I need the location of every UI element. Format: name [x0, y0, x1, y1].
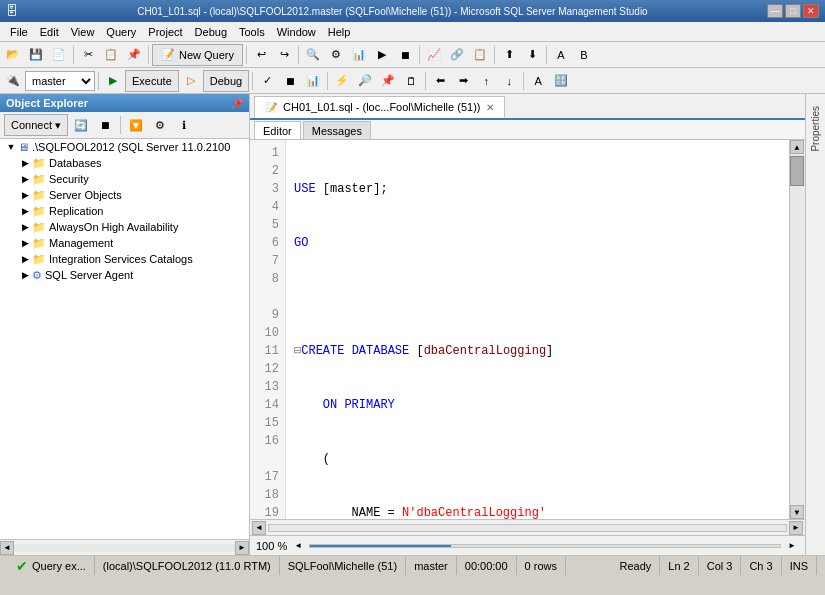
tb-btn-misc8[interactable]: ⬆: [498, 44, 520, 66]
oe-security-node[interactable]: ▶ 📁 Security: [0, 171, 249, 187]
scroll-track-vertical[interactable]: [790, 154, 805, 505]
oe-scroll-right[interactable]: ►: [235, 541, 249, 555]
misc-tb-btn8[interactable]: ↓: [498, 70, 520, 92]
save-button[interactable]: 💾: [25, 44, 47, 66]
status-col: Col 3: [699, 556, 742, 575]
tb-btn-misc3[interactable]: ▶: [371, 44, 393, 66]
tb-btn-misc7[interactable]: 📋: [469, 44, 491, 66]
menu-help[interactable]: Help: [322, 24, 357, 40]
zoom-left-button[interactable]: ◄: [291, 539, 305, 553]
misc-tb-btn10[interactable]: 🔠: [550, 70, 572, 92]
oe-stop-button[interactable]: ⏹: [94, 114, 116, 136]
oe-scroll-left[interactable]: ◄: [0, 541, 14, 555]
menu-query[interactable]: Query: [100, 24, 142, 40]
menu-edit[interactable]: Edit: [34, 24, 65, 40]
scroll-left-button[interactable]: ◄: [252, 521, 266, 535]
menu-project[interactable]: Project: [142, 24, 188, 40]
oe-refresh-button[interactable]: 🔄: [70, 114, 92, 136]
new-query-button[interactable]: 📝 New Query: [152, 44, 243, 66]
tb-btn-misc5[interactable]: 📈: [423, 44, 445, 66]
oe-settings-button[interactable]: ⚙: [149, 114, 171, 136]
misc-tb-btn5[interactable]: ⬅: [429, 70, 451, 92]
maximize-button[interactable]: □: [785, 4, 801, 18]
oe-filter-button[interactable]: 🔽: [125, 114, 147, 136]
oe-server-objects-node[interactable]: ▶ 📁 Server Objects: [0, 187, 249, 203]
database-select[interactable]: master: [25, 71, 95, 91]
scroll-track-horizontal[interactable]: [268, 524, 787, 532]
tb-btn-misc6[interactable]: 🔗: [446, 44, 468, 66]
execute-button[interactable]: Execute: [125, 70, 179, 92]
code-editor[interactable]: 1 2 3 4 5 6 7 8 8 9 10 11 12 13 14 15 16…: [250, 140, 805, 519]
redo-button[interactable]: ↪: [273, 44, 295, 66]
oe-integration-node[interactable]: ▶ 📁 Integration Services Catalogs: [0, 251, 249, 267]
oe-sqlagent-node[interactable]: ▶ ⚙ SQL Server Agent: [0, 267, 249, 283]
oe-management-node[interactable]: ▶ 📁 Management: [0, 235, 249, 251]
copy-button[interactable]: 📋: [100, 44, 122, 66]
menu-window[interactable]: Window: [271, 24, 322, 40]
oe-info-button[interactable]: ℹ: [173, 114, 195, 136]
server-expand-icon[interactable]: ▼: [4, 140, 18, 154]
tb-btn-misc2[interactable]: 📊: [348, 44, 370, 66]
open-file-button[interactable]: 📂: [2, 44, 24, 66]
misc-tb-btn4[interactable]: 🗒: [400, 70, 422, 92]
tab-close-button[interactable]: ✕: [486, 102, 494, 113]
security-expand-icon[interactable]: ▶: [18, 172, 32, 186]
management-expand-icon[interactable]: ▶: [18, 236, 32, 250]
scroll-right-button[interactable]: ►: [789, 521, 803, 535]
stop-button[interactable]: ⏹: [279, 70, 301, 92]
menu-file[interactable]: File: [4, 24, 34, 40]
connect-btn[interactable]: Connect ▾: [4, 114, 68, 136]
oe-scroll-track[interactable]: [14, 544, 235, 552]
debug-button[interactable]: Debug: [203, 70, 249, 92]
tb-btn-misc9[interactable]: ⬇: [521, 44, 543, 66]
tab-messages[interactable]: Messages: [303, 121, 371, 139]
databases-expand-icon[interactable]: ▶: [18, 156, 32, 170]
sqlagent-expand-icon[interactable]: ▶: [18, 268, 32, 282]
separator2: [148, 46, 149, 64]
oe-alwayson-node[interactable]: ▶ 📁 AlwaysOn High Availability: [0, 219, 249, 235]
oe-replication-node[interactable]: ▶ 📁 Replication: [0, 203, 249, 219]
scroll-down-button[interactable]: ▼: [790, 505, 804, 519]
misc-tb-btn9[interactable]: A: [527, 70, 549, 92]
minimize-button[interactable]: —: [767, 4, 783, 18]
code-line-6: (: [294, 450, 781, 468]
tb-btn-misc4[interactable]: ⏹: [394, 44, 416, 66]
alwayson-expand-icon[interactable]: ▶: [18, 220, 32, 234]
cut-button[interactable]: ✂: [77, 44, 99, 66]
zoom-right-button[interactable]: ►: [785, 539, 799, 553]
server-status-text: (local)\SQLFOOL2012 (11.0 RTM): [103, 560, 271, 572]
scroll-thumb-vertical[interactable]: [790, 156, 804, 186]
code-content[interactable]: USE [master]; GO ⊟CREATE DATABASE [dbaCe…: [286, 140, 789, 519]
misc-tb-btn7[interactable]: ↑: [475, 70, 497, 92]
scroll-up-button[interactable]: ▲: [790, 140, 804, 154]
misc-tb-btn6[interactable]: ➡: [452, 70, 474, 92]
editor-scrollbar[interactable]: ▲ ▼: [789, 140, 805, 519]
tab-editor[interactable]: Editor: [254, 121, 301, 139]
misc-tb-btn3[interactable]: 📌: [377, 70, 399, 92]
replication-expand-icon[interactable]: ▶: [18, 204, 32, 218]
parse-button[interactable]: ✓: [256, 70, 278, 92]
menu-view[interactable]: View: [65, 24, 101, 40]
oe-server-node[interactable]: ▼ 🖥 .\SQLFOOL2012 (SQL Server 11.0.2100: [0, 139, 249, 155]
paste-button[interactable]: 📌: [123, 44, 145, 66]
properties-label[interactable]: Properties: [810, 106, 821, 152]
server-objects-expand-icon[interactable]: ▶: [18, 188, 32, 202]
main-tab[interactable]: 📝 CH01_L01.sql - (loc...Fool\Michelle (5…: [254, 96, 505, 118]
oe-databases-node[interactable]: ▶ 📁 Databases: [0, 155, 249, 171]
menu-debug[interactable]: Debug: [189, 24, 233, 40]
connect-button[interactable]: 🔌: [2, 70, 24, 92]
ln8b: 8: [256, 288, 279, 306]
zoom-slider[interactable]: [309, 544, 781, 548]
tb-btn-misc10[interactable]: A: [550, 44, 572, 66]
undo-button[interactable]: ↩: [250, 44, 272, 66]
tb-btn-misc1[interactable]: ⚙: [325, 44, 347, 66]
save-all-button[interactable]: 📄: [48, 44, 70, 66]
close-button[interactable]: ✕: [803, 4, 819, 18]
misc-tb-btn2[interactable]: 🔎: [354, 70, 376, 92]
menu-tools[interactable]: Tools: [233, 24, 271, 40]
find-button[interactable]: 🔍: [302, 44, 324, 66]
results-button[interactable]: 📊: [302, 70, 324, 92]
integration-expand-icon[interactable]: ▶: [18, 252, 32, 266]
tb-btn-misc11[interactable]: B: [573, 44, 595, 66]
misc-tb-btn1[interactable]: ⚡: [331, 70, 353, 92]
